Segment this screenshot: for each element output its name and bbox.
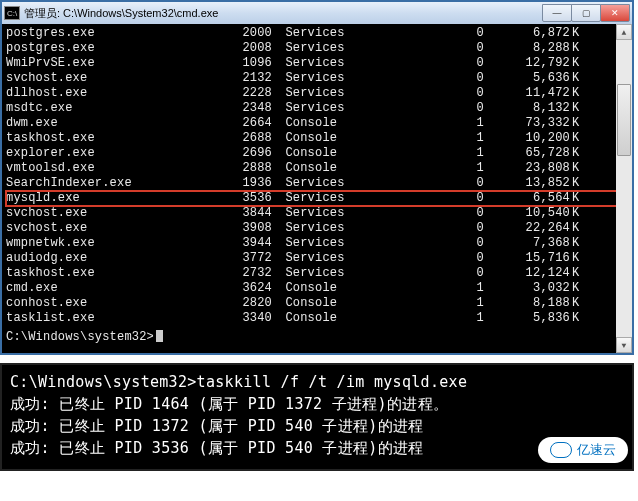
process-memory: 6,872 <box>492 26 570 41</box>
mem-unit: K <box>570 86 588 101</box>
mem-unit: K <box>570 41 588 56</box>
process-row: SearchIndexer.exe1936 Services013,852K <box>6 176 628 191</box>
process-session: Services <box>278 41 372 56</box>
mem-unit: K <box>570 71 588 86</box>
process-session-num: 1 <box>372 311 492 326</box>
process-memory: 73,332 <box>492 116 570 131</box>
taskkill-command-line: C:\Windows\system32>taskkill /f /t /im m… <box>10 371 624 393</box>
process-memory: 65,728 <box>492 146 570 161</box>
process-memory: 6,564 <box>492 191 570 206</box>
process-session-num: 0 <box>372 101 492 116</box>
process-session: Services <box>278 206 372 221</box>
maximize-button[interactable]: ▢ <box>571 4 601 22</box>
scroll-thumb[interactable] <box>617 84 631 156</box>
mem-unit: K <box>570 161 588 176</box>
process-row: vmtoolsd.exe2888 Console123,808K <box>6 161 628 176</box>
process-session: Services <box>278 176 372 191</box>
close-button[interactable]: ✕ <box>600 4 630 22</box>
process-session: Services <box>278 251 372 266</box>
process-row: mysqld.exe3536 Services06,564K <box>6 191 628 206</box>
process-pid: 2696 <box>226 146 278 161</box>
process-row: dllhost.exe2228 Services011,472K <box>6 86 628 101</box>
process-pid: 3772 <box>226 251 278 266</box>
process-session: Services <box>278 56 372 71</box>
process-pid: 2664 <box>226 116 278 131</box>
prompt-line[interactable]: C:\Windows\system32> <box>6 330 628 345</box>
process-row: cmd.exe3624 Console13,032K <box>6 281 628 296</box>
process-memory: 15,716 <box>492 251 570 266</box>
process-row: msdtc.exe2348 Services08,132K <box>6 101 628 116</box>
process-pid: 1936 <box>226 176 278 191</box>
process-name: WmiPrvSE.exe <box>6 56 226 71</box>
process-pid: 2000 <box>226 26 278 41</box>
process-memory: 10,200 <box>492 131 570 146</box>
process-name: explorer.exe <box>6 146 226 161</box>
process-name: tasklist.exe <box>6 311 226 326</box>
mem-unit: K <box>570 131 588 146</box>
process-name: taskhost.exe <box>6 131 226 146</box>
terminal-output: postgres.exe2000 Services06,872Kpostgres… <box>2 24 632 353</box>
process-pid: 2228 <box>226 86 278 101</box>
minimize-button[interactable]: — <box>542 4 572 22</box>
process-name: dllhost.exe <box>6 86 226 101</box>
mem-unit: K <box>570 176 588 191</box>
process-session: Console <box>278 146 372 161</box>
process-memory: 8,288 <box>492 41 570 56</box>
process-memory: 23,808 <box>492 161 570 176</box>
process-name: postgres.exe <box>6 41 226 56</box>
process-session: Services <box>278 86 372 101</box>
vertical-scrollbar[interactable]: ▲ ▼ <box>616 24 632 353</box>
mem-unit: K <box>570 146 588 161</box>
taskkill-result-line: 成功: 已终止 PID 1372 (属于 PID 540 子进程)的进程 <box>10 415 624 437</box>
process-row: tasklist.exe3340 Console15,836K <box>6 311 628 326</box>
process-pid: 2888 <box>226 161 278 176</box>
scroll-track[interactable] <box>616 40 632 337</box>
process-session-num: 1 <box>372 281 492 296</box>
process-session: Console <box>278 116 372 131</box>
process-name: cmd.exe <box>6 281 226 296</box>
process-pid: 2008 <box>226 41 278 56</box>
mem-unit: K <box>570 116 588 131</box>
scroll-up-button[interactable]: ▲ <box>616 24 632 40</box>
mem-unit: K <box>570 101 588 116</box>
window-controls: — ▢ ✕ <box>543 4 630 22</box>
mem-unit: K <box>570 206 588 221</box>
process-session-num: 0 <box>372 71 492 86</box>
taskkill-result-line: 成功: 已终止 PID 3536 (属于 PID 540 子进程)的进程 <box>10 437 624 459</box>
process-pid: 3908 <box>226 221 278 236</box>
watermark-badge: 亿速云 <box>538 437 628 463</box>
scroll-down-button[interactable]: ▼ <box>616 337 632 353</box>
process-row: WmiPrvSE.exe1096 Services012,792K <box>6 56 628 71</box>
mem-unit: K <box>570 251 588 266</box>
process-pid: 2688 <box>226 131 278 146</box>
process-session-num: 0 <box>372 41 492 56</box>
process-session: Console <box>278 311 372 326</box>
process-session-num: 1 <box>372 116 492 131</box>
process-name: postgres.exe <box>6 26 226 41</box>
titlebar[interactable]: C:\ 管理员: C:\Windows\System32\cmd.exe — ▢… <box>2 2 632 24</box>
process-row: wmpnetwk.exe3944 Services07,368K <box>6 236 628 251</box>
process-name: SearchIndexer.exe <box>6 176 226 191</box>
process-pid: 3536 <box>226 191 278 206</box>
process-session: Console <box>278 281 372 296</box>
process-name: msdtc.exe <box>6 101 226 116</box>
process-name: wmpnetwk.exe <box>6 236 226 251</box>
process-row: postgres.exe2008 Services08,288K <box>6 41 628 56</box>
process-memory: 8,132 <box>492 101 570 116</box>
watermark-text: 亿速云 <box>577 441 616 459</box>
mem-unit: K <box>570 236 588 251</box>
process-session-num: 0 <box>372 86 492 101</box>
process-memory: 3,032 <box>492 281 570 296</box>
process-row: explorer.exe2696 Console165,728K <box>6 146 628 161</box>
process-name: svchost.exe <box>6 71 226 86</box>
process-session-num: 1 <box>372 131 492 146</box>
cursor <box>156 330 163 342</box>
process-session-num: 1 <box>372 296 492 311</box>
process-session-num: 0 <box>372 221 492 236</box>
process-session-num: 1 <box>372 161 492 176</box>
process-session-num: 0 <box>372 56 492 71</box>
process-name: mysqld.exe <box>6 191 226 206</box>
process-memory: 10,540 <box>492 206 570 221</box>
process-row: postgres.exe2000 Services06,872K <box>6 26 628 41</box>
mem-unit: K <box>570 296 588 311</box>
